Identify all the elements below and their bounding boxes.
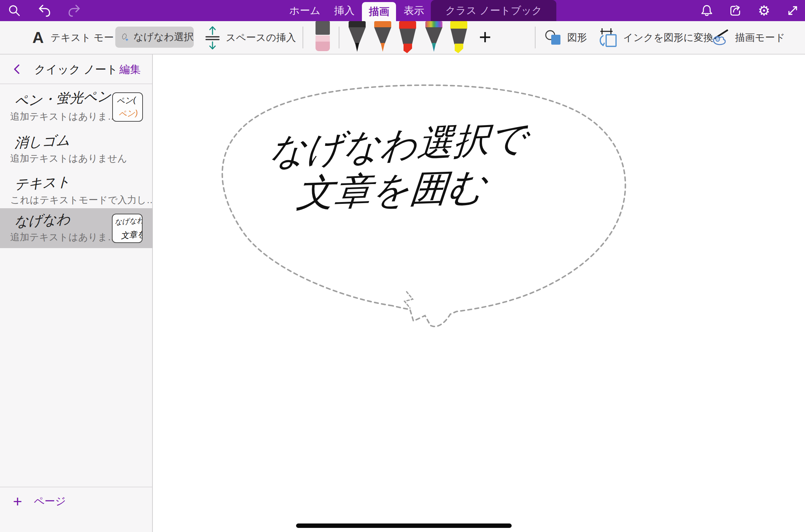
tab-home[interactable]: ホーム: [282, 0, 327, 21]
sidebar-header: クイック ノート 編集: [0, 55, 152, 84]
page-subtitle: 追加テキストはありま…: [10, 110, 117, 123]
titlebar-left-icons: [8, 0, 81, 21]
tab-insert[interactable]: 挿入: [327, 0, 361, 21]
page-subtitle: 追加テキストはありま…: [10, 231, 117, 244]
shapes-icon: [544, 29, 564, 46]
handwritten-ink-line2[interactable]: 文章を囲む: [295, 162, 488, 219]
search-icon[interactable]: [8, 4, 21, 17]
drawing-canvas[interactable]: なげなわ選択で 文章を囲む: [153, 55, 805, 532]
ribbon-tabs: ホーム 挿入 描画 表示 クラス ノートブック: [282, 0, 556, 21]
titlebar: ホーム 挿入 描画 表示 クラス ノートブック ⚙: [0, 0, 805, 21]
ink-to-shape-icon: [598, 27, 618, 48]
space-insert-icon: [205, 26, 220, 50]
shapes-button[interactable]: 図形: [567, 21, 587, 54]
page-item-lasso[interactable]: なげなわ 追加テキストはありま… なげなわ 文章を: [0, 208, 153, 248]
pen-rainbow[interactable]: [425, 21, 442, 52]
pen-orange[interactable]: [374, 21, 391, 52]
toolbar-divider: [535, 27, 536, 48]
tab-class-notebook[interactable]: クラス ノートブック: [431, 0, 556, 21]
eraser-tool[interactable]: [316, 21, 330, 51]
draw-toolbar: A テキスト モード なげなわ選択 スペースの挿入: [0, 21, 805, 55]
toolbar-divider: [339, 27, 339, 48]
lasso-select-button[interactable]: なげなわ選択: [115, 27, 194, 48]
page-subtitle: これはテキストモードで入力し…: [10, 194, 156, 207]
home-indicator[interactable]: [296, 523, 512, 528]
page-subtitle: 追加テキストはありません: [10, 152, 127, 165]
page-title: 消しゴム: [14, 131, 70, 152]
lasso-dashed-ellipse-icon: [121, 28, 129, 47]
page-title: なげなわ: [14, 209, 70, 231]
space-insert-button[interactable]: スペースの挿入: [226, 21, 296, 54]
draw-mode-hand-icon: [710, 29, 731, 48]
pen-black[interactable]: [349, 21, 366, 52]
redo-icon[interactable]: [68, 4, 81, 17]
onenote-app-window: ホーム 挿入 描画 表示 クラス ノートブック ⚙ A テキスト モード: [0, 0, 805, 532]
page-thumbnail: ペン( ペン): [112, 92, 143, 122]
page-title: ペン・蛍光ペン: [14, 87, 111, 110]
edit-button[interactable]: 編集: [119, 55, 141, 84]
titlebar-right-icons: ⚙: [700, 0, 800, 21]
share-icon[interactable]: [729, 4, 742, 17]
undo-icon[interactable]: [38, 4, 51, 17]
add-page-button[interactable]: + ページ: [13, 493, 66, 509]
ink-to-shape-button[interactable]: インクを図形に変換: [623, 21, 713, 54]
tab-draw[interactable]: 描画: [362, 2, 396, 21]
add-page-label: ページ: [34, 494, 66, 508]
page-thumbnail: なげなわ 文章を: [112, 214, 143, 243]
highlighter-yellow[interactable]: [450, 21, 467, 52]
text-mode-A-icon[interactable]: A: [32, 21, 44, 54]
toolbar-divider: [303, 27, 303, 48]
lasso-select-label: なげなわ選択: [133, 30, 194, 44]
lasso-tail-mark: [405, 292, 413, 308]
add-pen-button[interactable]: +: [475, 21, 495, 54]
page-item-eraser[interactable]: 消しゴム 追加テキストはありません: [0, 130, 153, 170]
highlighter-red[interactable]: [399, 21, 416, 52]
sidebar-footer: + ページ: [0, 487, 152, 532]
page-item-text[interactable]: テキスト これはテキストモードで入力し…: [0, 171, 153, 208]
tab-view[interactable]: 表示: [397, 0, 431, 21]
page-list-sidebar: クイック ノート 編集 ペン・蛍光ペン 追加テキストはありま… ペン( ペン) …: [0, 55, 153, 532]
text-mode-button[interactable]: テキスト モード: [50, 21, 124, 54]
expand-icon[interactable]: [786, 4, 800, 17]
page-title: テキスト: [14, 172, 70, 194]
plus-icon: +: [13, 493, 22, 509]
gear-icon[interactable]: ⚙: [757, 4, 771, 17]
page-item-pen-highlighter[interactable]: ペン・蛍光ペン 追加テキストはありま… ペン( ペン): [0, 88, 153, 129]
bell-icon[interactable]: [700, 4, 714, 17]
draw-mode-button[interactable]: 描画モード: [735, 21, 785, 54]
